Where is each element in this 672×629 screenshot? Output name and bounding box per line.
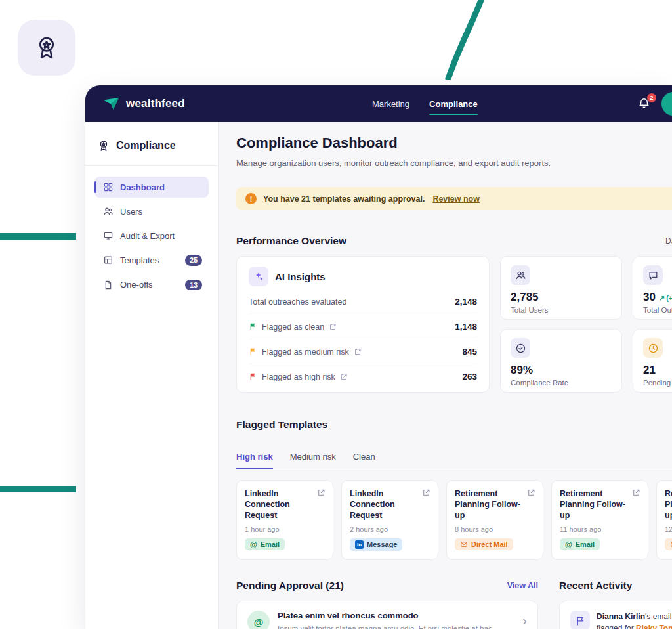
stat-label: Compliance Rate (511, 379, 612, 387)
external-link-icon[interactable] (340, 373, 348, 381)
recent-activity-heading: Recent Activity (559, 580, 672, 592)
stat-value: 30 (643, 291, 656, 304)
app-window: wealthfeed Marketing Compliance 2 (85, 85, 672, 629)
approval-alert-banner: ! You have 21 templates awaiting approva… (236, 187, 672, 210)
email-channel-icon: @ (247, 611, 270, 629)
flag-amber-icon (249, 347, 257, 356)
sidebar-item-label: Users (120, 207, 142, 217)
review-now-link[interactable]: Review now (432, 194, 480, 204)
divider (85, 165, 218, 166)
view-all-link[interactable]: View All (507, 581, 538, 590)
sidebar-item-one-offs[interactable]: One-offs 13 (94, 274, 209, 296)
chevron-right-icon[interactable]: › (522, 614, 527, 627)
decorative-bar-bottom (0, 486, 76, 492)
external-link-icon[interactable] (632, 488, 640, 497)
template-card[interactable]: LinkedIn Connection Request 2 hours ago … (341, 480, 438, 560)
external-link-icon[interactable] (317, 488, 326, 497)
at-icon: @ (250, 540, 257, 548)
activity-text: Dianna Kirlin's email template was flagg… (597, 611, 672, 629)
brand-logo[interactable]: wealthfeed (102, 97, 185, 111)
template-card[interactable]: Retirement Planning Follow-up 12 hours a… (656, 480, 672, 560)
bottom-sections: Pending Approval (21) View All @ Platea … (236, 580, 672, 629)
check-circle-icon (511, 338, 530, 358)
sidebar-title-label: Compliance (116, 140, 176, 152)
external-link-icon[interactable] (422, 488, 430, 497)
flag-icon (570, 611, 590, 629)
page-title: Compliance Dashboard (236, 135, 672, 152)
performance-overview-heading: Performance Overview (236, 235, 346, 246)
recent-activity-card: Dianna Kirlin's email template was flagg… (559, 601, 672, 629)
notifications-button[interactable]: 2 (638, 97, 651, 110)
sidebar-item-users[interactable]: Users (94, 201, 209, 222)
stat-value: 89% (511, 364, 533, 377)
sidebar-item-templates[interactable]: Templates 25 (94, 249, 209, 271)
ai-insights-title: AI Insights (275, 271, 326, 282)
pending-item-title: Platea enim vel rhoncus commodo (278, 611, 494, 620)
top-header: wealthfeed Marketing Compliance 2 (85, 85, 672, 122)
stat-value: 21 (643, 364, 656, 377)
flagged-template-cards: LinkedIn Connection Request 1 hour ago @… (236, 480, 672, 560)
date-range-label[interactable]: Date range (665, 236, 672, 246)
stat-column-2: 30 ↗(+4%) Total Outreaches 21 Pending Ap… (633, 256, 672, 393)
total-users-card: 2,785 Total Users (500, 256, 622, 320)
trend-badge: ↗(+4%) (659, 294, 672, 303)
channel-label: Direct Mail (471, 540, 508, 548)
sidebar-item-dashboard[interactable]: Dashboard (94, 177, 209, 198)
flag-green-icon (249, 322, 257, 331)
external-link-icon[interactable] (527, 488, 536, 497)
channel-badge-direct-mail: Direct Mail (665, 538, 672, 550)
sidebar-item-audit-export[interactable]: Audit & Export (94, 225, 209, 246)
template-title: Retirement Planning Follow-up (665, 488, 672, 521)
template-title: LinkedIn Connection Request (350, 488, 418, 521)
trend-up-icon: ↗ (659, 294, 665, 303)
alert-message: You have 21 templates awaiting approval. (263, 194, 425, 204)
template-time: 1 hour ago (245, 525, 325, 533)
flagged-templates-heading: Flagged Templates (236, 419, 672, 431)
grid-icon (103, 182, 114, 192)
template-card[interactable]: LinkedIn Connection Request 1 hour ago @… (236, 480, 333, 560)
envelope-icon (460, 540, 468, 548)
tab-high-risk[interactable]: High risk (236, 452, 273, 469)
nav-marketing[interactable]: Marketing (372, 99, 410, 109)
tab-clean[interactable]: Clean (353, 452, 375, 469)
stat-delta: (+4%) (666, 294, 672, 303)
channel-label: Message (367, 540, 397, 548)
sidebar: Compliance Dashboard (85, 122, 219, 629)
users-icon (511, 265, 530, 285)
external-link-icon[interactable] (354, 348, 362, 356)
templates-count-badge: 25 (185, 255, 202, 266)
ai-row-total-evaluated: Total outreaches evaluated 2,148 (249, 290, 477, 314)
activity-item[interactable]: Dianna Kirlin's email template was flagg… (570, 611, 672, 629)
channel-label: Email (261, 540, 280, 548)
sidebar-item-label: Templates (120, 255, 159, 265)
brand-name: wealthfeed (126, 97, 185, 110)
brand-badge-chip (18, 20, 75, 76)
pending-approval-section: Pending Approval (21) View All @ Platea … (236, 580, 538, 629)
chat-icon (643, 265, 663, 285)
user-avatar[interactable] (662, 92, 672, 116)
template-card[interactable]: Retirement Planning Follow-up 8 hours ag… (446, 480, 543, 560)
template-time: 12 hours ago (665, 525, 672, 533)
sidebar-item-label: Audit & Export (120, 231, 175, 241)
page-subtitle: Manage organization users, monitor outre… (236, 158, 672, 168)
ai-row-high-risk: Flagged as high risk 263 (249, 364, 477, 389)
external-link-icon[interactable] (329, 323, 337, 331)
app-body: Compliance Dashboard (85, 122, 672, 629)
one-offs-count-badge: 13 (185, 280, 202, 291)
sidebar-item-label: Dashboard (120, 183, 165, 192)
risk-label: Risky Tone (636, 624, 672, 629)
template-time: 11 hours ago (560, 525, 640, 533)
sparkle-icon (249, 267, 268, 286)
risk-tabs: High risk Medium risk Clean (236, 452, 672, 469)
stat-label: Total Users (511, 306, 612, 314)
at-icon: @ (565, 540, 572, 548)
pending-item[interactable]: @ Platea enim vel rhoncus commodo Ipsum … (247, 611, 527, 629)
nav-compliance[interactable]: Compliance (429, 99, 478, 109)
pending-item-description: Ipsum velit tortor platea magna arcu odi… (278, 623, 494, 629)
template-card[interactable]: Retirement Planning Follow-up 11 hours a… (551, 480, 648, 560)
tab-medium-risk[interactable]: Medium risk (290, 452, 336, 469)
wealthfeed-logo-icon (102, 97, 120, 111)
pending-approvals-card: 21 Pending Approvals (633, 329, 672, 393)
stat-value: 2,785 (511, 291, 539, 304)
performance-cards: AI Insights Total outreaches evaluated 2… (236, 256, 672, 393)
